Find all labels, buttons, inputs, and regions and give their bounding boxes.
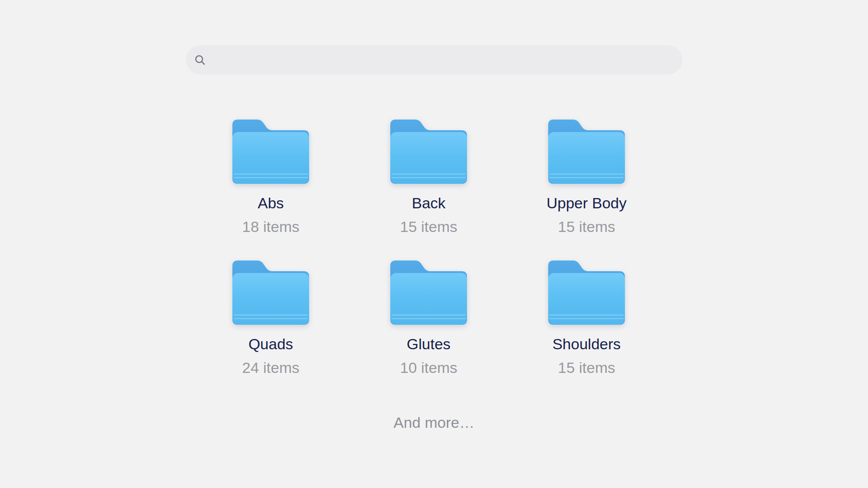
folder-grid: Abs 18 items Back 15 items — [192, 120, 665, 376]
search-input[interactable] — [212, 45, 674, 75]
folder-count: 18 items — [242, 218, 300, 235]
folder-name: Back — [412, 194, 446, 211]
folder-icon — [232, 261, 309, 325]
folder-icon — [390, 261, 467, 325]
folder-name: Upper Body — [546, 194, 627, 211]
folder-tile-back[interactable]: Back 15 items — [350, 120, 508, 235]
search-icon — [194, 54, 206, 66]
folder-name: Quads — [248, 335, 293, 352]
folder-tile-abs[interactable]: Abs 18 items — [192, 120, 350, 235]
folder-count: 10 items — [400, 359, 458, 376]
folder-icon — [390, 120, 467, 184]
folder-count: 15 items — [558, 218, 616, 235]
folder-tile-glutes[interactable]: Glutes 10 items — [350, 261, 508, 376]
folder-icon — [548, 120, 625, 184]
folder-name: Shoulders — [552, 335, 620, 352]
folder-icon — [232, 120, 309, 184]
folder-icon — [548, 261, 625, 325]
folder-count: 15 items — [400, 218, 458, 235]
folder-tile-quads[interactable]: Quads 24 items — [192, 261, 350, 376]
folder-count: 15 items — [558, 359, 616, 376]
folder-count: 24 items — [242, 359, 300, 376]
search-bar[interactable] — [186, 45, 682, 74]
more-label: And more… — [0, 414, 868, 431]
folder-name: Glutes — [407, 335, 451, 352]
folder-name: Abs — [258, 194, 284, 211]
folder-tile-shoulders[interactable]: Shoulders 15 items — [508, 261, 665, 376]
folder-tile-upper-body[interactable]: Upper Body 15 items — [508, 120, 665, 235]
